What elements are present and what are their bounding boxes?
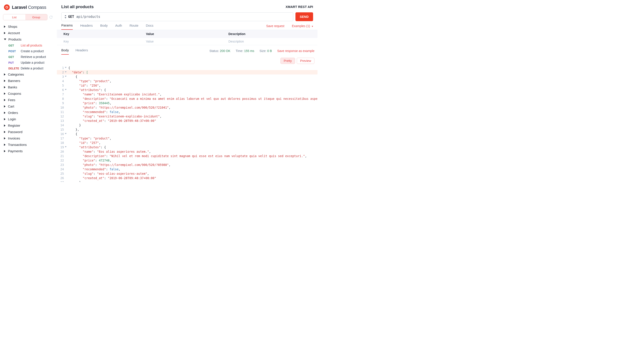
sidebar-item-fees[interactable]: Fees xyxy=(0,97,57,103)
params-value-input[interactable]: Value xyxy=(146,40,228,43)
line-number: 15 xyxy=(57,127,66,132)
sidebar-item-categories[interactable]: Categories xyxy=(0,71,57,78)
chevron-up-down-icon xyxy=(64,15,67,18)
params-table-row[interactable]: Key Value Description xyxy=(57,38,318,45)
sidebar-item-payments[interactable]: Payments xyxy=(0,148,57,154)
sidebar-item-register[interactable]: Register xyxy=(0,122,57,129)
request-tabs: Params Headers Body Auth Route Docs Save… xyxy=(57,23,318,30)
code-line: 19 "attributes": { xyxy=(57,145,318,150)
code-text: "description": "Nihil vel et rem modi cu… xyxy=(66,154,307,158)
fold-icon[interactable] xyxy=(65,133,67,134)
sidebar-item-label: Orders xyxy=(8,111,18,114)
sidebar-item-shops[interactable]: Shops xyxy=(0,23,57,30)
method-selector[interactable]: GET xyxy=(64,15,74,19)
sidebar-item-banks[interactable]: Banks xyxy=(0,84,57,90)
toggle-group[interactable]: Group xyxy=(25,14,48,20)
code-text: "attributes": { xyxy=(66,88,106,92)
view-preview[interactable]: Preview xyxy=(297,58,314,64)
line-number: 26 xyxy=(57,176,66,180)
code-line: 27 } xyxy=(57,180,318,182)
endpoint-method: GET xyxy=(9,44,21,47)
sidebar-item-transactions[interactable]: Transactions xyxy=(0,142,57,148)
code-line: 4 "type": "product", xyxy=(57,79,318,83)
line-number: 24 xyxy=(57,167,66,172)
tab-docs[interactable]: Docs xyxy=(146,24,153,30)
code-line: 26 "created_at": "2019-06-28T09:48:37+00… xyxy=(57,176,318,180)
chevron-down-icon: ▾ xyxy=(312,25,313,28)
caret-right-icon xyxy=(4,92,6,95)
send-button[interactable]: SEND xyxy=(295,12,313,21)
sidebar-item-label: Fees xyxy=(8,98,15,102)
sidebar-item-account[interactable]: Account xyxy=(0,30,57,36)
code-line: 7 "name": "Exercitaionem explicabo incid… xyxy=(57,92,318,96)
fold-icon[interactable] xyxy=(65,146,67,148)
line-number: 21 xyxy=(57,154,66,158)
fold-icon[interactable] xyxy=(65,89,67,90)
tab-auth[interactable]: Auth xyxy=(115,24,122,30)
save-response-link[interactable]: Save response as example xyxy=(277,49,314,53)
sidebar-item-cart[interactable]: Cart xyxy=(0,103,57,110)
params-desc-input[interactable]: Description xyxy=(228,40,311,43)
endpoint-item[interactable]: PUTUpdate a product xyxy=(8,60,57,66)
endpoint-item[interactable]: POSTCreate a product xyxy=(8,48,57,54)
sidebar-item-banners[interactable]: Banners xyxy=(0,78,57,84)
tab-headers[interactable]: Headers xyxy=(80,24,93,30)
endpoint-item[interactable]: GETList all products xyxy=(8,42,57,48)
line-number: 9 xyxy=(57,101,66,105)
code-text: "name": "Eos alias asperiores autem.", xyxy=(66,150,151,154)
toggle-list[interactable]: List xyxy=(3,14,25,20)
sidebar-item-coupons[interactable]: Coupons xyxy=(0,90,57,97)
code-line: 25 "slug": "eos-alias-asperiores-autem", xyxy=(57,172,318,176)
page-title: List all products xyxy=(61,4,94,9)
resp-tab-body[interactable]: Body xyxy=(61,47,69,55)
header: List all products XMART REST API xyxy=(57,0,318,12)
fold-icon[interactable] xyxy=(65,72,67,72)
save-request-link[interactable]: Save request xyxy=(266,24,284,29)
line-number: 17 xyxy=(57,136,66,140)
sidebar-item-label: Password xyxy=(8,130,23,134)
tab-body[interactable]: Body xyxy=(100,24,108,30)
tab-params[interactable]: Params xyxy=(61,23,73,30)
caret-right-icon xyxy=(4,137,6,140)
sidebar-item-orders[interactable]: Orders xyxy=(0,110,57,116)
code-text: "created_at": "2019-06-28T09:48:37+00:00… xyxy=(66,176,156,180)
line-number: 8 xyxy=(57,96,66,101)
line-number: 25 xyxy=(57,172,66,176)
code-line: 16 { xyxy=(57,132,318,136)
caret-right-icon xyxy=(4,26,6,28)
line-number: 12 xyxy=(57,114,66,118)
sidebar-item-password[interactable]: Password xyxy=(0,129,57,135)
line-number: 10 xyxy=(57,105,66,110)
tab-route[interactable]: Route xyxy=(129,24,138,30)
code-text: "slug": "exercitationem-explicabo-incidu… xyxy=(66,114,162,118)
caret-right-icon xyxy=(4,32,6,34)
endpoint-method: PUT xyxy=(9,61,21,64)
endpoint-item[interactable]: DELETEDelete a product xyxy=(8,66,57,71)
params-key-input[interactable]: Key xyxy=(64,40,146,43)
fold-icon[interactable] xyxy=(65,76,67,77)
code-text: } xyxy=(66,180,81,182)
view-pretty[interactable]: Pretty xyxy=(280,58,295,64)
examples-link[interactable]: Examples (1) ▾ xyxy=(292,24,313,29)
caret-right-icon xyxy=(4,118,6,120)
code-line: 23 "photo": "https://lorempixel.com/900/… xyxy=(57,162,318,167)
svg-line-2 xyxy=(7,7,7,8)
code-text: "description": "Occaecati eum a minima e… xyxy=(66,96,318,101)
endpoint-item[interactable]: GETRetrieve a product xyxy=(8,54,57,60)
params-col-value: Value xyxy=(146,32,228,36)
code-text: "photo": "https://lorempixel.com/900/520… xyxy=(66,162,170,167)
view-switch: Pretty Preview xyxy=(57,55,318,66)
response-body-code[interactable]: 1{2 "data": [3 {4 "type": "product",5 "i… xyxy=(57,66,318,182)
sidebar-item-login[interactable]: Login xyxy=(0,116,57,122)
line-number: 16 xyxy=(57,132,66,136)
fold-icon[interactable] xyxy=(65,67,67,68)
resp-tab-headers[interactable]: Headers xyxy=(76,47,88,55)
url-box[interactable]: GET api/products xyxy=(61,12,293,21)
line-number: 4 xyxy=(57,79,66,83)
sidebar-item-invoices[interactable]: Invoices xyxy=(0,135,57,142)
reload-icon[interactable] xyxy=(48,14,54,20)
line-number: 18 xyxy=(57,140,66,145)
sidebar-item-products[interactable]: Products xyxy=(0,36,57,42)
sidebar-item-label: Payments xyxy=(8,149,23,153)
method-value: GET xyxy=(68,15,74,19)
